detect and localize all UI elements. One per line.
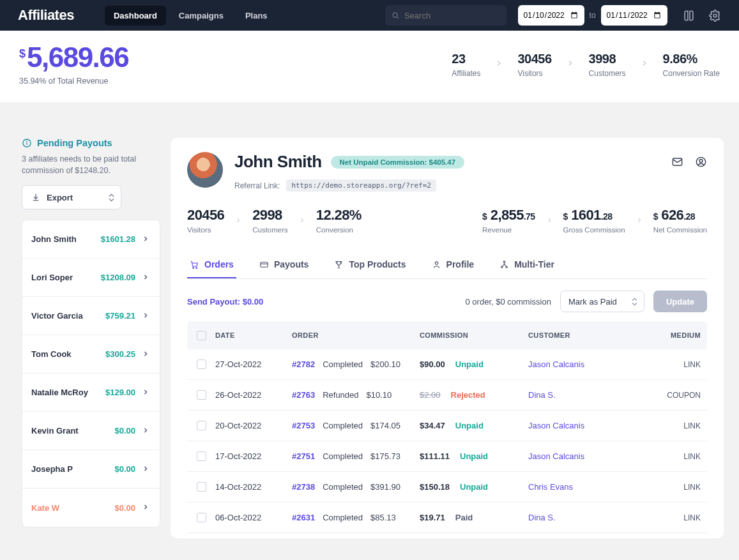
affiliate-name: Kevin Grant [31,426,79,435]
cell-date: 26-Oct-2022 [215,390,292,400]
table-row: 14-Oct-2022 #2738 Completed $391.90 $150… [187,472,707,503]
referral-link-row: Referral Link: https://demo.storeapps.or… [234,179,707,192]
nav-tab-dashboard[interactable]: Dashboard [105,6,166,26]
tab-payouts[interactable]: Payouts [257,252,311,278]
affiliate-list-item[interactable]: Kate W $0.00 [22,488,160,527]
stat-gross-commission: $ 1601.28Gross Commission [563,207,625,234]
row-checkbox[interactable] [197,451,206,461]
cell-order: #2738 Completed $391.90 [292,482,420,492]
customer-link[interactable]: Jason Calcanis [528,451,624,461]
affiliate-list-item[interactable]: Kevin Grant $0.00 [22,412,160,450]
cell-commission: $111.11 Unpaid [420,451,528,461]
svg-point-0 [393,13,397,17]
table-row: 06-Oct-2022 #2631 Completed $85.13 $19.7… [187,503,707,533]
mark-as-select[interactable]: Mark as Paid [560,291,644,312]
unpaid-badge: Net Unpaid Commission: $405.47 [331,156,465,169]
date-to[interactable] [601,5,667,26]
tree-icon [499,260,509,269]
order-link[interactable]: #2782 [292,359,315,369]
cart-icon [190,260,199,269]
affiliate-list-item[interactable]: Natalie McRoy $129.00 [22,374,160,412]
stat-conversion: 12.28%Conversion [316,207,362,234]
affiliate-amount: $300.25 [105,349,135,359]
row-checkbox[interactable] [197,421,206,430]
main-area: Pending Payouts 3 affiliates needs to be… [0,102,739,549]
sort-icon [109,193,114,202]
stat-net-commission: $ 626.28Net Commission [653,207,707,234]
customer-link[interactable]: Jason Calcanis [528,421,624,430]
affiliate-list-item[interactable]: Lori Soper $1208.09 [22,259,160,297]
cell-order: #2782 Completed $200.10 [292,359,420,369]
referral-url[interactable]: https://demo.storeapps.org/?ref=2 [286,179,436,192]
customer-link[interactable]: Chris Evans [528,482,624,492]
row-checkbox[interactable] [197,359,206,369]
stat-visitors: 20456Visitors [187,207,224,234]
kpi-affiliates: 23 Affiliates [452,52,480,78]
svg-point-16 [503,261,505,262]
date-from[interactable] [518,5,584,26]
order-link[interactable]: #2738 [292,482,315,492]
affiliate-detail: John Smith Net Unpaid Commission: $405.4… [171,138,724,538]
search-icon [392,11,399,20]
profile-icon [432,260,441,269]
customer-link[interactable]: Dina S. [528,390,624,400]
customer-link[interactable]: Dina S. [528,513,624,522]
chevron-right-icon [142,349,149,360]
table-header: DATE ORDER COMMISSION CUSTOMER MEDIUM [187,321,707,349]
tab-profile[interactable]: Profile [429,252,477,278]
profile-header: John Smith Net Unpaid Commission: $405.4… [187,152,707,192]
cell-commission: $19.71 Paid [420,513,528,522]
cell-medium: COUPON [624,391,701,400]
stat-customers: 2998Customers [252,207,288,234]
nav-tab-plans[interactable]: Plans [236,6,277,26]
send-payout-link[interactable]: Send Payout: $0.00 [187,297,263,306]
affiliate-list-item[interactable]: Tom Cook $300.25 [22,335,160,374]
svg-point-10 [196,267,197,268]
card-icon [259,260,269,269]
cell-medium: LINK [624,483,701,492]
affiliate-list-item[interactable]: John Smith $1601.28 [22,220,160,259]
th-medium: MEDIUM [624,331,701,339]
search-input[interactable] [404,11,500,20]
global-search[interactable] [385,5,507,26]
select-all-checkbox[interactable] [197,331,206,340]
export-button[interactable]: Export [22,185,121,209]
docs-icon[interactable] [683,10,695,22]
order-link[interactable]: #2763 [292,390,315,400]
stat-revenue: $ 2,855.75Revenue [482,207,535,234]
order-link[interactable]: #2631 [292,513,315,522]
summary-bar: $ 5,689.66 35.94% of Total Revenue 23 Af… [0,31,739,102]
brand-logo: Affiliates [18,7,74,24]
customer-link[interactable]: Jason Calcanis [528,359,624,369]
date-range: to [518,5,667,26]
cell-commission: $90.00 Unpaid [420,359,528,369]
nav-tab-campaigns[interactable]: Campaigns [170,6,232,26]
sort-icon [632,298,637,306]
tab-multi-tier[interactable]: Multi-Tier [497,252,557,278]
user-circle-icon[interactable] [695,156,707,168]
order-link[interactable]: #2753 [292,421,315,430]
affiliate-list-item[interactable]: Victor Garcia $759.21 [22,297,160,335]
kpi-visitors: 30456 Visitors [517,52,551,78]
row-checkbox[interactable] [197,513,206,522]
pending-payouts-sub: 3 affiliates needs to be paid total comm… [22,153,160,176]
update-button[interactable]: Update [653,291,707,312]
settings-icon[interactable] [709,10,721,22]
affiliate-amount: $1208.09 [101,273,135,282]
affiliate-name: Natalie McRoy [31,388,88,397]
order-link[interactable]: #2751 [292,451,315,461]
tab-orders[interactable]: Orders [187,252,236,278]
kpi-customers: 3998 Customers [589,52,626,78]
svg-point-17 [501,266,503,268]
row-checkbox[interactable] [197,390,206,400]
cell-date: 14-Oct-2022 [215,482,292,492]
tab-top-products[interactable]: Top Products [331,252,408,278]
th-customer: CUSTOMER [528,331,624,339]
svg-point-5 [27,141,27,142]
row-checkbox[interactable] [197,482,206,492]
chevron-right-icon [142,310,149,322]
cell-commission: $34.47 Unpaid [420,421,528,430]
affiliate-list-item[interactable]: Josepha P $0.00 [22,450,160,488]
affiliate-name: Tom Cook [31,349,72,359]
mail-icon[interactable] [671,156,683,168]
